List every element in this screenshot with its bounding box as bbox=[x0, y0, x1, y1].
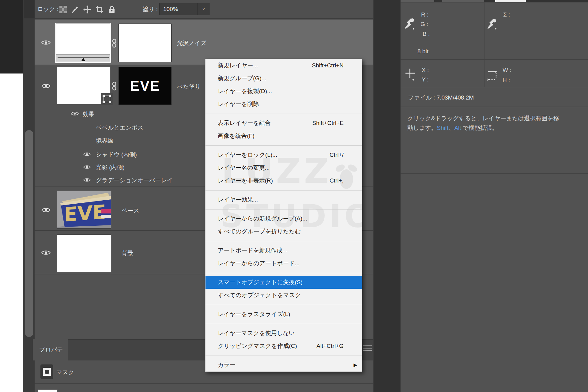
layer-mask-thumbnail-white[interactable] bbox=[119, 24, 172, 62]
link-icon[interactable] bbox=[111, 39, 117, 48]
context-menu-item[interactable]: 新規グループ(G)... bbox=[205, 72, 362, 85]
fill-layer-badge-icon bbox=[101, 93, 113, 105]
y-label: Y : bbox=[422, 76, 429, 83]
file-size-line: ファイル : 7.03M/408.2M bbox=[408, 94, 474, 102]
context-menu-divider bbox=[205, 270, 362, 276]
info-divider bbox=[401, 107, 588, 107]
context-menu-divider bbox=[205, 302, 362, 308]
effect-name[interactable]: ベベルとエンボス bbox=[96, 124, 144, 132]
layers-context-menu: LUZZ STUDIO 新規レイヤー... Shift+Ctrl+N 新規グルー… bbox=[205, 59, 362, 372]
context-menu-item[interactable]: レイヤーからの新規グループ(A)... bbox=[205, 212, 362, 225]
link-icon[interactable] bbox=[111, 81, 117, 91]
visibility-eye-icon[interactable] bbox=[41, 39, 51, 46]
context-menu-item[interactable]: レイヤーを削除 bbox=[205, 98, 362, 111]
bit-depth-label: 8 bit bbox=[417, 48, 428, 55]
context-menu-item[interactable]: クリッピングマスクを作成(C) Alt+Ctrl+G bbox=[205, 340, 362, 352]
mask-thumbnail-chip[interactable] bbox=[40, 364, 53, 379]
mask-label: マスク bbox=[56, 368, 74, 376]
mask-dot-icon bbox=[45, 370, 49, 374]
r-label: R : bbox=[421, 11, 428, 18]
b-label: B : bbox=[423, 31, 430, 37]
g-label: G : bbox=[420, 21, 428, 28]
background-thumbnail[interactable] bbox=[57, 234, 111, 272]
fill-label: 塗り : bbox=[143, 0, 158, 18]
file-value: 7.03M/408.2M bbox=[437, 94, 474, 101]
context-menu-item[interactable]: すべてのグループを折りたたむ bbox=[205, 225, 362, 238]
effect-visibility-eye-icon[interactable] bbox=[83, 164, 91, 170]
context-menu-item[interactable]: レイヤーを複製(D)... bbox=[205, 85, 362, 98]
lock-all-icon[interactable] bbox=[108, 6, 116, 13]
lock-position-move-icon[interactable] bbox=[83, 6, 91, 13]
info-tab-line bbox=[401, 2, 588, 2]
effect-name[interactable]: グラデーションオーバーレイ bbox=[96, 176, 173, 184]
info-divider bbox=[401, 87, 588, 87]
effects-header-label[interactable]: 効果 bbox=[83, 110, 94, 118]
info-active-tab-strip[interactable] bbox=[495, 0, 526, 2]
tab-properties[interactable]: プロパティ bbox=[33, 339, 68, 360]
effect-name[interactable]: 境界線 bbox=[96, 137, 113, 145]
effect-name[interactable]: 光彩 (内側) bbox=[96, 164, 125, 172]
context-menu-item[interactable]: レイヤーマスクを使用しない bbox=[205, 327, 362, 340]
context-menu-item[interactable]: 画像を統合(F) bbox=[205, 130, 362, 142]
tool-hint-line2: 動します。Shift、Alt で機能拡張。 bbox=[407, 123, 587, 133]
crosshair-icon[interactable] bbox=[405, 68, 415, 81]
context-menu-item[interactable]: レイヤー効果... bbox=[205, 193, 362, 206]
fill-dropdown-arrow[interactable]: ˅ bbox=[197, 3, 210, 15]
context-menu-item[interactable]: すべてのオブジェクトをマスク bbox=[205, 289, 362, 302]
properties-bottom-thumbnail[interactable] bbox=[38, 389, 57, 392]
dimensions-icon bbox=[487, 68, 498, 81]
info-divider bbox=[401, 59, 588, 60]
sigma-label: Σ : bbox=[503, 11, 510, 18]
w-label: W : bbox=[503, 67, 511, 74]
effect-visibility-eye-icon[interactable] bbox=[83, 177, 91, 183]
lock-pixels-brush-icon[interactable] bbox=[71, 6, 79, 13]
context-menu-item[interactable]: カラー ▶ bbox=[205, 359, 362, 371]
layer-thumbnail-gradient[interactable] bbox=[56, 24, 110, 62]
pasteboard-corner bbox=[0, 0, 24, 74]
visibility-eye-icon[interactable] bbox=[41, 83, 51, 89]
effects-visibility-eye-icon[interactable] bbox=[71, 111, 79, 116]
info-panel bbox=[401, 2, 588, 392]
layers-scrollbar-thumb[interactable] bbox=[25, 130, 33, 337]
context-menu-divider bbox=[205, 142, 362, 149]
tool-hint-line1: クリック&ドラッグすると、レイヤーまたは選択範囲を移 bbox=[407, 114, 587, 123]
context-menu-divider bbox=[205, 206, 362, 212]
info-divider bbox=[401, 173, 588, 174]
file-label: ファイル : bbox=[408, 94, 435, 101]
h-label: H : bbox=[503, 77, 510, 84]
info-column-divider bbox=[484, 2, 484, 87]
lock-label: ロック : bbox=[37, 0, 58, 18]
svg-text:EVE: EVE bbox=[64, 201, 106, 226]
lock-transparency-icon[interactable] bbox=[59, 6, 67, 13]
layer-name: 光沢ノイズ bbox=[177, 39, 206, 47]
photoshop-workspace: ロック : 塗り : 100% ˅ 光沢ノイズ EVE べた塗り 効果 ベベルと… bbox=[0, 0, 588, 392]
panel-menu-icon[interactable] bbox=[363, 345, 372, 352]
lock-artboard-icon[interactable] bbox=[96, 6, 104, 13]
context-menu-item[interactable]: レイヤーをラスタライズ(L) bbox=[205, 308, 362, 321]
visibility-eye-icon[interactable] bbox=[41, 207, 51, 213]
context-menu-divider bbox=[205, 352, 362, 359]
layers-panel-right-border bbox=[373, 0, 374, 392]
hidden-tab-strip bbox=[401, 0, 434, 2]
eyedropper-icon[interactable] bbox=[487, 18, 497, 31]
visibility-eye-icon[interactable] bbox=[41, 249, 51, 256]
layer-name: ベース bbox=[122, 207, 139, 215]
effect-visibility-eye-icon[interactable] bbox=[83, 152, 91, 157]
context-menu-item[interactable]: 表示レイヤーを結合 Shift+Ctrl+E bbox=[205, 117, 362, 130]
context-menu-item[interactable]: アートボードを新規作成... bbox=[205, 244, 362, 257]
context-menu-item[interactable]: レイヤー名の変更... bbox=[205, 161, 362, 174]
eyedropper-icon[interactable] bbox=[404, 17, 415, 31]
context-menu-item[interactable]: レイヤーからのアートボード... bbox=[205, 257, 362, 270]
photo-thumbnail-eve-box[interactable]: EVE bbox=[57, 191, 111, 229]
layer-mask-thumbnail-eve[interactable]: EVE bbox=[119, 67, 172, 105]
effect-name[interactable]: シャドウ (内側) bbox=[96, 151, 137, 159]
context-menu-item[interactable]: 新規レイヤー... Shift+Ctrl+N bbox=[205, 59, 362, 72]
fill-opacity-field[interactable]: 100% bbox=[159, 3, 197, 15]
gradient-slider-strip bbox=[56, 54, 110, 62]
x-label: X : bbox=[422, 67, 429, 74]
context-menu-divider bbox=[205, 111, 362, 117]
context-menu-item-highlighted[interactable]: スマートオブジェクトに変換(S) bbox=[205, 276, 362, 289]
context-menu-divider bbox=[205, 238, 362, 244]
context-menu-item[interactable]: レイヤーを非表示(R) Ctrl+, bbox=[205, 174, 362, 187]
context-menu-item[interactable]: レイヤーをロック(L)... Ctrl+/ bbox=[205, 149, 362, 161]
